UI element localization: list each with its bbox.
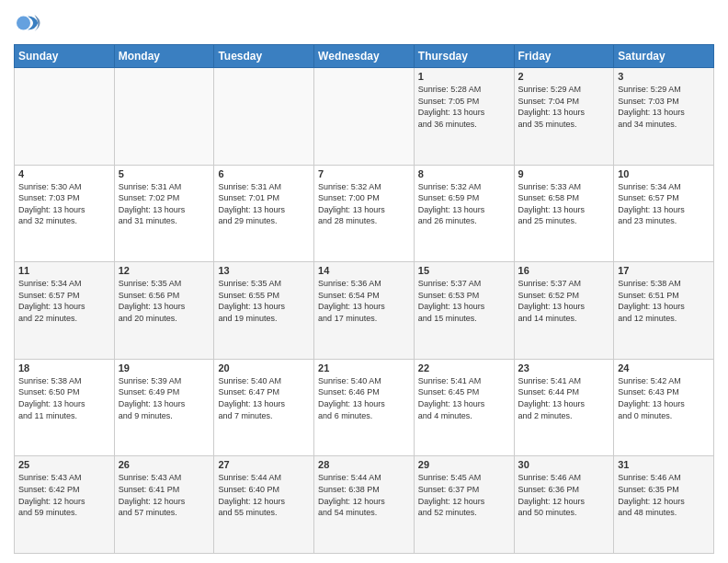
logo xyxy=(14,9,45,37)
weekday-header: Saturday xyxy=(614,45,714,68)
day-number: 26 xyxy=(119,459,210,470)
calendar-cell: 1Sunrise: 5:28 AM Sunset: 7:05 PM Daylig… xyxy=(414,68,514,166)
day-number: 28 xyxy=(318,459,410,470)
calendar-cell: 20Sunrise: 5:40 AM Sunset: 6:47 PM Dayli… xyxy=(214,359,314,456)
day-info: Sunrise: 5:40 AM Sunset: 6:46 PM Dayligh… xyxy=(318,375,410,421)
day-number: 3 xyxy=(618,71,710,82)
calendar-cell: 16Sunrise: 5:37 AM Sunset: 6:52 PM Dayli… xyxy=(514,262,614,360)
day-info: Sunrise: 5:32 AM Sunset: 7:00 PM Dayligh… xyxy=(318,181,410,227)
svg-point-0 xyxy=(17,17,30,30)
calendar-cell: 11Sunrise: 5:34 AM Sunset: 6:57 PM Dayli… xyxy=(15,262,115,360)
day-info: Sunrise: 5:43 AM Sunset: 6:42 PM Dayligh… xyxy=(18,472,110,518)
calendar-cell xyxy=(214,68,314,166)
day-number: 30 xyxy=(518,459,610,470)
page: SundayMondayTuesdayWednesdayThursdayFrid… xyxy=(0,0,728,563)
weekday-header: Tuesday xyxy=(214,45,314,68)
day-info: Sunrise: 5:37 AM Sunset: 6:52 PM Dayligh… xyxy=(518,278,610,324)
day-info: Sunrise: 5:37 AM Sunset: 6:53 PM Dayligh… xyxy=(418,278,510,324)
calendar-cell: 9Sunrise: 5:33 AM Sunset: 6:58 PM Daylig… xyxy=(514,165,614,262)
day-number: 16 xyxy=(518,265,610,276)
calendar-cell: 24Sunrise: 5:42 AM Sunset: 6:43 PM Dayli… xyxy=(614,359,714,456)
calendar-week: 25Sunrise: 5:43 AM Sunset: 6:42 PM Dayli… xyxy=(15,456,714,554)
calendar-week: 4Sunrise: 5:30 AM Sunset: 7:03 PM Daylig… xyxy=(15,165,714,262)
calendar-cell: 13Sunrise: 5:35 AM Sunset: 6:55 PM Dayli… xyxy=(214,262,314,360)
calendar-cell: 26Sunrise: 5:43 AM Sunset: 6:41 PM Dayli… xyxy=(114,456,214,554)
calendar-cell: 29Sunrise: 5:45 AM Sunset: 6:37 PM Dayli… xyxy=(414,456,514,554)
calendar-week: 1Sunrise: 5:28 AM Sunset: 7:05 PM Daylig… xyxy=(15,68,714,166)
calendar-cell: 8Sunrise: 5:32 AM Sunset: 6:59 PM Daylig… xyxy=(414,165,514,262)
calendar-cell: 23Sunrise: 5:41 AM Sunset: 6:44 PM Dayli… xyxy=(514,359,614,456)
day-info: Sunrise: 5:46 AM Sunset: 6:35 PM Dayligh… xyxy=(618,472,710,518)
calendar-header: SundayMondayTuesdayWednesdayThursdayFrid… xyxy=(15,45,714,68)
day-number: 5 xyxy=(119,168,210,179)
day-number: 29 xyxy=(418,459,510,470)
day-info: Sunrise: 5:44 AM Sunset: 6:38 PM Dayligh… xyxy=(318,472,410,518)
calendar-cell: 5Sunrise: 5:31 AM Sunset: 7:02 PM Daylig… xyxy=(114,165,214,262)
calendar-cell: 17Sunrise: 5:38 AM Sunset: 6:51 PM Dayli… xyxy=(614,262,714,360)
weekday-header: Wednesday xyxy=(314,45,415,68)
day-number: 15 xyxy=(418,265,510,276)
day-number: 9 xyxy=(518,168,610,179)
day-number: 23 xyxy=(518,362,610,373)
day-info: Sunrise: 5:46 AM Sunset: 6:36 PM Dayligh… xyxy=(518,472,610,518)
calendar-cell: 22Sunrise: 5:41 AM Sunset: 6:45 PM Dayli… xyxy=(414,359,514,456)
day-info: Sunrise: 5:40 AM Sunset: 6:47 PM Dayligh… xyxy=(218,375,310,421)
day-number: 17 xyxy=(618,265,710,276)
day-info: Sunrise: 5:34 AM Sunset: 6:57 PM Dayligh… xyxy=(18,278,110,324)
day-number: 1 xyxy=(418,71,510,82)
day-info: Sunrise: 5:39 AM Sunset: 6:49 PM Dayligh… xyxy=(119,375,210,421)
calendar: SundayMondayTuesdayWednesdayThursdayFrid… xyxy=(14,44,714,554)
calendar-cell: 6Sunrise: 5:31 AM Sunset: 7:01 PM Daylig… xyxy=(214,165,314,262)
calendar-cell: 7Sunrise: 5:32 AM Sunset: 7:00 PM Daylig… xyxy=(314,165,415,262)
day-info: Sunrise: 5:41 AM Sunset: 6:44 PM Dayligh… xyxy=(518,375,610,421)
calendar-cell: 12Sunrise: 5:35 AM Sunset: 6:56 PM Dayli… xyxy=(114,262,214,360)
calendar-cell: 31Sunrise: 5:46 AM Sunset: 6:35 PM Dayli… xyxy=(614,456,714,554)
day-number: 27 xyxy=(218,459,310,470)
calendar-week: 11Sunrise: 5:34 AM Sunset: 6:57 PM Dayli… xyxy=(15,262,714,360)
day-number: 31 xyxy=(618,459,710,470)
day-info: Sunrise: 5:41 AM Sunset: 6:45 PM Dayligh… xyxy=(418,375,510,421)
calendar-cell: 19Sunrise: 5:39 AM Sunset: 6:49 PM Dayli… xyxy=(114,359,214,456)
day-info: Sunrise: 5:34 AM Sunset: 6:57 PM Dayligh… xyxy=(618,181,710,227)
day-number: 19 xyxy=(119,362,210,373)
day-info: Sunrise: 5:43 AM Sunset: 6:41 PM Dayligh… xyxy=(119,472,210,518)
day-info: Sunrise: 5:36 AM Sunset: 6:54 PM Dayligh… xyxy=(318,278,410,324)
calendar-cell: 2Sunrise: 5:29 AM Sunset: 7:04 PM Daylig… xyxy=(514,68,614,166)
day-number: 11 xyxy=(18,265,110,276)
calendar-cell xyxy=(114,68,214,166)
calendar-cell: 27Sunrise: 5:44 AM Sunset: 6:40 PM Dayli… xyxy=(214,456,314,554)
day-number: 7 xyxy=(318,168,410,179)
day-info: Sunrise: 5:30 AM Sunset: 7:03 PM Dayligh… xyxy=(18,181,110,227)
day-info: Sunrise: 5:32 AM Sunset: 6:59 PM Dayligh… xyxy=(418,181,510,227)
day-number: 2 xyxy=(518,71,610,82)
day-info: Sunrise: 5:31 AM Sunset: 7:01 PM Dayligh… xyxy=(218,181,310,227)
day-info: Sunrise: 5:35 AM Sunset: 6:56 PM Dayligh… xyxy=(119,278,210,324)
day-number: 21 xyxy=(318,362,410,373)
weekday-header: Thursday xyxy=(414,45,514,68)
day-number: 10 xyxy=(618,168,710,179)
calendar-cell: 18Sunrise: 5:38 AM Sunset: 6:50 PM Dayli… xyxy=(15,359,115,456)
day-number: 12 xyxy=(119,265,210,276)
weekday-header: Friday xyxy=(514,45,614,68)
day-number: 24 xyxy=(618,362,710,373)
day-info: Sunrise: 5:42 AM Sunset: 6:43 PM Dayligh… xyxy=(618,375,710,421)
day-info: Sunrise: 5:29 AM Sunset: 7:03 PM Dayligh… xyxy=(618,84,710,130)
day-info: Sunrise: 5:38 AM Sunset: 6:50 PM Dayligh… xyxy=(18,375,110,421)
day-number: 25 xyxy=(18,459,110,470)
day-info: Sunrise: 5:35 AM Sunset: 6:55 PM Dayligh… xyxy=(218,278,310,324)
day-info: Sunrise: 5:45 AM Sunset: 6:37 PM Dayligh… xyxy=(418,472,510,518)
calendar-cell: 25Sunrise: 5:43 AM Sunset: 6:42 PM Dayli… xyxy=(15,456,115,554)
calendar-cell: 4Sunrise: 5:30 AM Sunset: 7:03 PM Daylig… xyxy=(15,165,115,262)
weekday-header: Monday xyxy=(114,45,214,68)
calendar-cell: 30Sunrise: 5:46 AM Sunset: 6:36 PM Dayli… xyxy=(514,456,614,554)
calendar-cell: 3Sunrise: 5:29 AM Sunset: 7:03 PM Daylig… xyxy=(614,68,714,166)
calendar-cell: 10Sunrise: 5:34 AM Sunset: 6:57 PM Dayli… xyxy=(614,165,714,262)
day-info: Sunrise: 5:29 AM Sunset: 7:04 PM Dayligh… xyxy=(518,84,610,130)
calendar-cell: 28Sunrise: 5:44 AM Sunset: 6:38 PM Dayli… xyxy=(314,456,415,554)
day-number: 18 xyxy=(18,362,110,373)
weekday-header: Sunday xyxy=(15,45,115,68)
calendar-cell: 15Sunrise: 5:37 AM Sunset: 6:53 PM Dayli… xyxy=(414,262,514,360)
calendar-cell xyxy=(314,68,415,166)
day-number: 22 xyxy=(418,362,510,373)
logo-icon xyxy=(14,9,41,37)
